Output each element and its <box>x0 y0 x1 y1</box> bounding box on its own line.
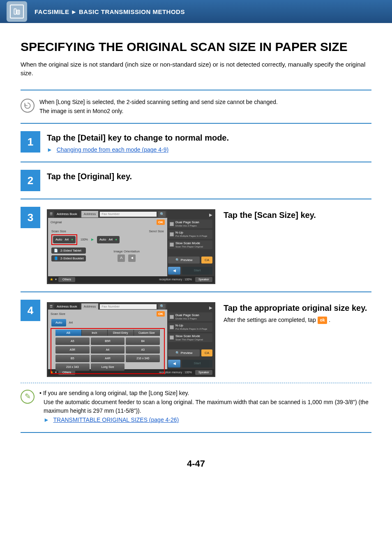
intro-text: When the original size is not standard (… <box>21 60 371 77</box>
tip-line2: Use the automatic document feeder to sca… <box>44 398 371 416</box>
fax-number-input[interactable]: Fax Number <box>100 212 157 217</box>
tab-address[interactable]: Address <box>81 211 98 217</box>
ca-button[interactable]: CA <box>201 349 212 356</box>
tab-custom-size[interactable]: Custom Size <box>134 330 160 336</box>
reception-memory: reception memory : 100% <box>159 278 192 282</box>
step4-title: Tap the appropriate original size key. <box>224 302 371 314</box>
page-number: 4-47 <box>21 458 371 470</box>
orientation-landscape[interactable]: ◄ <box>128 254 136 262</box>
size-a5r[interactable]: A5R <box>55 346 90 354</box>
send-size-button[interactable]: AutoA4● <box>97 236 120 243</box>
slow-scan-option[interactable]: Slow Scan ModeScan Thin Paper Original <box>168 333 212 342</box>
fax-icon <box>10 5 24 18</box>
tab-inch[interactable]: Inch <box>82 330 108 336</box>
tab-ab[interactable]: AB <box>55 330 82 336</box>
step1-link[interactable]: Changing mode from each mode (page 4-9) <box>57 146 168 153</box>
step1-title: Tap the [Detail] key to change to normal… <box>47 132 371 143</box>
hamburger-icon[interactable]: ☰ <box>50 212 53 216</box>
expand-icon[interactable]: ▶ <box>168 212 212 218</box>
note-line2: The image is sent in Mono2 only. <box>39 107 278 116</box>
search-icon[interactable]: 🔍 <box>158 211 166 217</box>
screenshot-step4: ☰ Address Book Address Fax Number 🔍 Scan… <box>47 302 215 377</box>
current-size-label: A4 <box>69 320 73 325</box>
breadcrumb-section: FACSIMILE <box>35 7 69 16</box>
step4-after: After the settings are completed, tap ok… <box>224 316 371 324</box>
dual-page-scan-option[interactable]: Dual Page ScanDivide into 2 Pages <box>168 312 212 321</box>
size-b5r[interactable]: B5R <box>91 338 125 345</box>
start-button[interactable]: Start <box>182 360 212 368</box>
step1-link-row: ► Changing mode from each mode (page 4-9… <box>47 146 371 154</box>
header-bar: FACSIMILE ► BASIC TRANSMISSION METHODS <box>0 0 392 23</box>
size-a4r[interactable]: A4R <box>91 355 125 362</box>
two-sided-booklet-button[interactable]: 📘2-Sided Booklet <box>51 255 86 261</box>
tab-addressbook[interactable]: Address Book <box>54 303 80 310</box>
ok-button[interactable]: OK <box>157 311 165 317</box>
play-button[interactable]: ◀ <box>168 267 180 275</box>
breadcrumb-subsection: BASIC TRANSMISSION METHODS <box>79 7 185 16</box>
tip-text: •If you are sending a long original, tap… <box>39 389 371 425</box>
arrow-icon: ► <box>44 416 49 423</box>
orientation-portrait[interactable]: A <box>118 254 125 262</box>
tip-line1: If you are sending a long original, tap … <box>43 390 189 396</box>
size-b4[interactable]: B4 <box>126 338 160 345</box>
tip-icon: ✎ <box>21 390 35 404</box>
tab-addressbook[interactable]: Address Book <box>54 211 80 217</box>
preview-button[interactable]: 🔍Preview <box>168 349 200 356</box>
search-icon[interactable]: 🔍 <box>158 304 166 310</box>
size-a3[interactable]: A3 <box>126 346 160 354</box>
two-sided-tablet-button[interactable]: 📄2-Sided Tablet <box>51 247 86 254</box>
slow-scan-option[interactable]: Slow Scan ModeScan Thin Paper Original <box>168 240 212 249</box>
scan-size-label: Scan Size <box>51 229 66 234</box>
size-216x343[interactable]: 216 x 343 <box>55 363 90 371</box>
step-number-1: 1 <box>21 131 40 153</box>
image-orientation-label: Image Orientation <box>89 249 164 254</box>
tab-address[interactable]: Address <box>81 303 98 310</box>
breadcrumb-sep: ► <box>71 7 77 16</box>
expand-icon[interactable]: ▶ <box>168 305 212 311</box>
play-button[interactable]: ◀ <box>168 360 180 368</box>
speaker-button[interactable]: Speaker <box>195 277 212 282</box>
arrow-icon: ▶ <box>91 237 94 242</box>
size-long[interactable]: Long Size <box>91 363 125 371</box>
auto-button[interactable]: Auto <box>51 319 66 326</box>
ok-button[interactable]: OK <box>157 220 165 225</box>
step-number-3: 3 <box>21 207 40 228</box>
ca-button[interactable]: CA <box>201 257 212 264</box>
scan-size-button[interactable]: AutoA4● <box>53 236 76 243</box>
dropdown-icon[interactable]: ▾ <box>55 277 57 282</box>
hamburger-icon[interactable]: ☰ <box>50 304 53 309</box>
speaker-button[interactable]: Speaker <box>195 370 212 375</box>
favorite-icon[interactable]: ★ <box>50 277 53 282</box>
size-a4[interactable]: A4 <box>91 346 125 354</box>
start-button[interactable]: Start <box>182 267 212 275</box>
step2-title: Tap the [Original] key. <box>47 171 371 182</box>
info-icon <box>21 99 35 113</box>
scale-percent: 100% <box>81 238 88 242</box>
panel-title-scansize: Scan Size <box>51 312 65 316</box>
step-number-4: 4 <box>21 300 40 321</box>
preview-button[interactable]: 🔍Preview <box>168 257 200 264</box>
tab-direct-entry[interactable]: Direct Entry <box>108 330 134 336</box>
panel-title-original: Original <box>51 220 62 224</box>
svg-rect-0 <box>14 9 16 14</box>
size-a5[interactable]: A5 <box>55 338 90 345</box>
note-line1: When [Long Size] is selected, the 2-side… <box>39 98 278 107</box>
nup-option[interactable]: N-UpPut Multiple Pages In A Page <box>168 323 212 331</box>
size-b5[interactable]: B5 <box>55 355 90 362</box>
step3-title: Tap the [Scan Size] key. <box>224 209 371 221</box>
send-size-label: Send Size <box>149 229 164 234</box>
arrow-icon: ► <box>47 146 53 153</box>
note-text: When [Long Size] is selected, the 2-side… <box>39 98 278 116</box>
dual-page-scan-option[interactable]: Dual Page ScanDivide into 2 Pages <box>168 220 212 228</box>
ok-icon-inline: ok <box>318 317 327 324</box>
tip-link[interactable]: TRANSMITTABLE ORIGINAL SIZES (page 4-26) <box>53 416 179 423</box>
fax-number-input[interactable]: Fax Number <box>100 304 157 309</box>
others-button[interactable]: Others <box>58 277 75 282</box>
page-title: SPECIFYING THE ORIGINAL SCAN SIZE IN PAP… <box>21 39 371 54</box>
step-number-2: 2 <box>21 170 40 191</box>
size-216x340[interactable]: 216 x 340 <box>126 355 160 362</box>
nup-option[interactable]: N-UpPut Multiple Pages In A Page <box>168 230 212 238</box>
section-icon <box>7 1 27 22</box>
screenshot-step3: ☰ Address Book Address Fax Number 🔍 Orig… <box>47 209 215 284</box>
